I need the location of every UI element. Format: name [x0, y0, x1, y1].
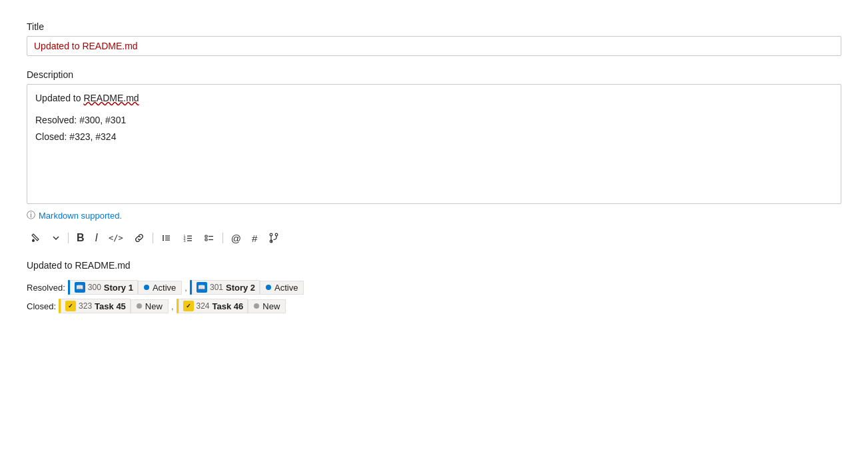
pr-icon	[268, 232, 280, 244]
story1-status-text: Active	[153, 283, 176, 293]
task-icon-1: ✓	[65, 301, 76, 311]
svg-point-16	[270, 233, 272, 236]
list-task-icon	[204, 233, 215, 243]
separator-2: ,	[171, 301, 174, 311]
story1-chip-group[interactable]: 📖 300 Story 1 Active	[68, 280, 183, 295]
title-input[interactable]	[27, 36, 841, 56]
task2-status-dot	[254, 303, 259, 309]
task2-chip[interactable]: ✓ 324 Task 46	[179, 299, 248, 313]
chevron-button[interactable]	[48, 231, 64, 245]
link-icon	[134, 233, 145, 243]
code-button[interactable]: </>	[105, 231, 127, 245]
list-ul-icon	[161, 233, 172, 243]
markdown-note: ⓘ Markdown supported.	[27, 209, 841, 221]
markdown-note-text: Markdown supported.	[39, 211, 122, 221]
task1-status-text: New	[145, 301, 163, 311]
toolbar-separator-3	[222, 233, 223, 243]
chevron-down-icon	[52, 234, 60, 242]
description-resolved-line: Resolved: #300, #301	[35, 112, 833, 129]
task2-status[interactable]: New	[248, 299, 286, 313]
info-icon: ⓘ	[27, 209, 35, 221]
task2-title: Task 46	[213, 301, 244, 311]
task2-status-text: New	[262, 301, 280, 311]
svg-point-1	[163, 237, 164, 239]
readme-link: README.md	[83, 93, 139, 103]
closed-row: Closed: ✓ 323 Task 45 New , ✓ 324 Task 4…	[27, 299, 841, 313]
list-ul-button[interactable]	[157, 230, 176, 246]
toolbar-separator-2	[153, 233, 153, 243]
brush-icon	[31, 233, 41, 243]
task1-chip-group[interactable]: ✓ 323 Task 45 New	[59, 299, 169, 313]
hash-button[interactable]: #	[248, 230, 261, 247]
description-textarea[interactable]: Updated to README.md Resolved: #300, #30…	[27, 84, 841, 204]
italic-button[interactable]: I	[91, 229, 102, 247]
svg-point-2	[163, 239, 164, 241]
task2-id: 324	[197, 301, 210, 311]
svg-point-0	[163, 235, 164, 237]
brush-button[interactable]	[27, 230, 45, 246]
list-ol-button[interactable]: 1. 2. 3.	[179, 230, 197, 246]
task1-status[interactable]: New	[131, 299, 169, 313]
svg-rect-12	[205, 235, 207, 237]
task-icon-2: ✓	[183, 301, 194, 311]
story2-status-dot	[266, 285, 271, 290]
toolbar-separator-1	[68, 233, 69, 243]
bold-button[interactable]: B	[73, 229, 89, 247]
separator-1: ,	[185, 283, 187, 293]
task2-chip-group[interactable]: ✓ 324 Task 46 New	[177, 299, 286, 313]
pr-button[interactable]	[264, 229, 284, 247]
mention-button[interactable]: @	[227, 230, 245, 247]
story-icon-1: 📖	[75, 282, 85, 293]
story1-status-dot	[144, 285, 149, 290]
story1-title: Story 1	[104, 283, 133, 293]
description-toolbar: B I </> 1. 2. 3.	[27, 227, 841, 249]
preview-text: Updated to README.md	[27, 260, 841, 271]
svg-rect-13	[205, 239, 207, 241]
story2-status-text: Active	[274, 283, 298, 293]
description-label: Description	[27, 69, 841, 80]
story2-title: Story 2	[226, 283, 255, 293]
list-task-button[interactable]	[200, 230, 218, 246]
description-closed-line: Closed: #323, #324	[35, 129, 833, 145]
svg-text:3.: 3.	[183, 239, 186, 243]
story2-status[interactable]: Active	[260, 281, 304, 295]
story1-chip[interactable]: 📖 300 Story 1	[70, 280, 138, 295]
story1-status[interactable]: Active	[138, 281, 182, 295]
story2-id: 301	[210, 283, 223, 292]
link-button[interactable]	[130, 230, 149, 246]
task1-title: Task 45	[95, 301, 126, 311]
resolved-row: Resolved: 📖 300 Story 1 Active , 📖 301 S…	[27, 280, 841, 295]
title-label: Title	[27, 21, 841, 32]
story2-chip[interactable]: 📖 301 Story 2	[192, 280, 260, 295]
task1-chip[interactable]: ✓ 323 Task 45	[61, 299, 131, 313]
story2-chip-group[interactable]: 📖 301 Story 2 Active	[190, 280, 304, 295]
list-ol-icon: 1. 2. 3.	[183, 233, 193, 243]
task1-id: 323	[79, 301, 92, 311]
svg-point-17	[275, 233, 278, 236]
story1-id: 300	[88, 283, 101, 292]
resolved-label: Resolved:	[27, 283, 65, 293]
story-icon-2: 📖	[197, 282, 207, 293]
task1-status-dot	[137, 303, 142, 309]
closed-label: Closed:	[27, 301, 56, 311]
